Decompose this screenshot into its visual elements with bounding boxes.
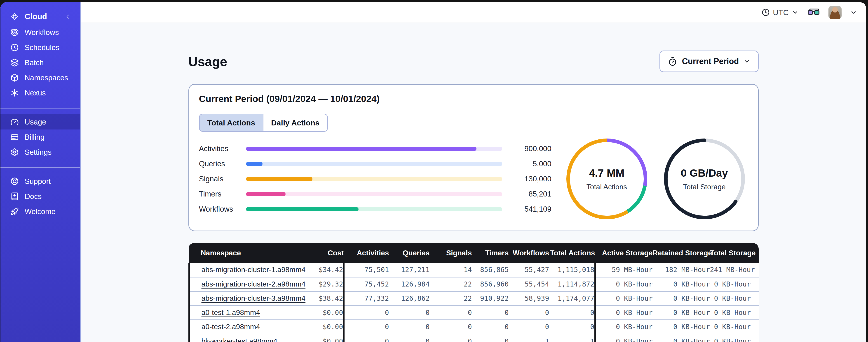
cell-signals: 0 [430,305,472,320]
cell-activities: 75,452 [344,277,389,291]
main-area: UTC Usage [81,2,866,342]
topbar: UTC [81,2,866,23]
user-avatar[interactable] [829,6,842,19]
sidebar-item-label: Support [25,177,51,186]
namespace-link[interactable]: a0-test-1.a98mm4 [202,308,260,316]
cell-total-storage: 0 KB-Hour [710,305,758,320]
cell-active-storage: 0 KB-Hour [595,320,653,334]
col-header-total-storage: Total Storage [710,243,758,263]
namespace-link[interactable]: bk-worker-test.a98mm4 [202,337,277,342]
timezone-selector[interactable]: UTC [762,8,799,17]
sidebar-item-namespaces[interactable]: Namespaces [0,70,80,85]
tab-daily-actions[interactable]: Daily Actions [263,114,327,131]
table-row: a0-test-2.a98mm4 $0.00 0 0 0 0 0 0 0 KB-… [189,320,758,334]
sidebar-item-label: Namespaces [25,73,68,82]
glasses-icon[interactable] [807,8,820,17]
sidebar-item-schedules[interactable]: Schedules [0,40,80,55]
bar-row-timers: Timers 85,201 [199,186,552,202]
sidebar-item-support[interactable]: Support [0,174,80,189]
namespace-link[interactable]: abs-migration-cluster-3.a98mm4 [202,294,306,302]
col-header-active-storage: Active Storage [595,243,653,263]
namespace-link[interactable]: a0-test-2.a98mm4 [202,322,260,331]
sidebar-item-label: Billing [25,133,44,141]
cell-namespace: abs-migration-cluster-3.a98mm4 [189,291,316,305]
sidebar-item-label: Welcome [25,207,56,216]
cell-cost: $38.42 [316,291,344,305]
cell-retained-storage: 0 KB-Hour [653,334,710,342]
actions-bar-chart: Activities 900,000 Queries 5,000 Signals [199,141,564,217]
cell-total-storage: 0 KB-Hour [710,277,758,291]
bar-fill [246,162,263,166]
collapse-sidebar-icon[interactable] [64,12,72,21]
sidebar-divider [0,167,80,168]
card-title: Current Period (09/01/2024 — 10/01/2024) [199,94,748,104]
bar-label: Timers [199,190,240,198]
account-menu-chevron-icon[interactable] [850,9,857,16]
tab-total-actions[interactable]: Total Actions [200,114,263,131]
cell-namespace: abs-migration-cluster-2.a98mm4 [189,277,316,291]
cell-retained-storage: 182 MB-Hour [653,263,710,277]
sidebar-item-nexus[interactable]: Nexus [0,85,80,100]
cell-cost: $0.00 [316,334,344,342]
bar-fill [246,192,286,196]
cell-retained-storage: 0 KB-Hour [653,291,710,305]
sidebar-item-usage[interactable]: Usage [0,114,80,130]
sidebar-item-welcome[interactable]: Welcome [0,204,80,219]
actions-tab-group: Total Actions Daily Actions [199,114,328,132]
cell-timers: 910,922 [472,291,509,305]
bar-value: 130,000 [508,175,552,183]
clock-icon [762,8,770,16]
cell-workflows: 0 [509,305,549,320]
cell-workflows: 0 [509,320,549,334]
app-window: Cloud Workflows Schedules Batch [0,2,866,342]
stopwatch-icon [668,57,677,66]
cell-activities: 0 [344,305,389,320]
cell-total-storage: 0 KB-Hour [710,320,758,334]
namespace-link[interactable]: abs-migration-cluster-2.a98mm4 [202,280,306,288]
usage-icon [10,118,19,126]
sidebar-brand[interactable]: Cloud [0,8,80,25]
cell-queries: 127,211 [389,263,430,277]
cell-signals: 14 [430,263,472,277]
timezone-label: UTC [773,8,789,17]
sidebar-item-batch[interactable]: Batch [0,55,80,70]
cell-timers: 856,960 [472,277,509,291]
cell-timers: 0 [472,305,509,320]
bar-track [246,177,502,181]
bar-track [246,162,502,166]
bar-value: 900,000 [508,144,552,153]
col-header-total-actions: Total Actions [549,243,595,263]
cell-namespace: a0-test-2.a98mm4 [189,320,316,334]
period-selector-label: Current Period [682,57,739,66]
col-header-queries: Queries [389,243,430,263]
sidebar-item-settings[interactable]: Settings [0,145,80,160]
cell-workflows: 55,427 [509,263,549,277]
chevron-down-icon [744,58,750,65]
schedules-icon [10,43,19,52]
cell-activities: 0 [344,320,389,334]
period-selector-button[interactable]: Current Period [659,50,758,72]
sidebar-item-label: Settings [25,148,52,157]
cell-workflows: 58,939 [509,291,549,305]
bar-label: Signals [199,175,240,183]
sidebar-item-docs[interactable]: Docs [0,189,80,204]
bar-label: Workflows [199,205,240,213]
sidebar-item-label: Nexus [25,89,46,97]
sidebar-item-label: Docs [25,192,41,201]
cell-namespace: abs-migration-cluster-1.a98mm4 [189,263,316,277]
col-header-activities: Activities [344,243,389,263]
bar-fill [246,207,359,211]
namespace-link[interactable]: abs-migration-cluster-1.a98mm4 [202,266,306,274]
sidebar-item-billing[interactable]: Billing [0,130,80,145]
col-header-workflows: Workflows [509,243,549,263]
cell-cost: $34.42 [316,263,344,277]
bar-label: Queries [199,160,240,168]
cell-retained-storage: 0 KB-Hour [653,320,710,334]
page-content: Usage Current Period Current Period (09/… [81,23,866,342]
cell-total-actions: 1 [549,334,595,342]
col-header-timers: Timers [472,243,509,263]
sidebar-item-workflows[interactable]: Workflows [0,25,80,40]
col-header-signals: Signals [430,243,472,263]
brand-label: Cloud [25,12,47,21]
cell-cost: $29.32 [316,277,344,291]
